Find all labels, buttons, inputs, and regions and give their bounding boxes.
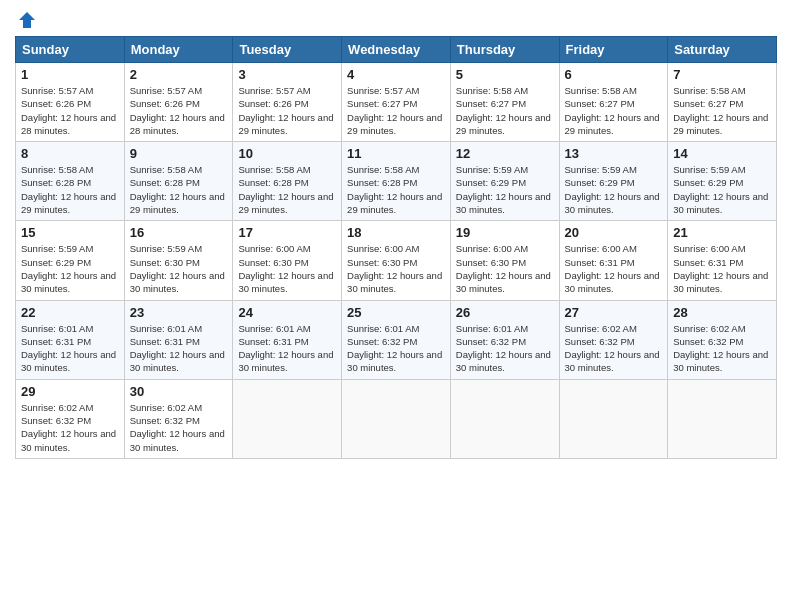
day-info: Sunrise: 6:02 AMSunset: 6:32 PMDaylight:… xyxy=(673,322,771,375)
day-number: 22 xyxy=(21,305,119,320)
day-number: 3 xyxy=(238,67,336,82)
calendar-cell: 23 Sunrise: 6:01 AMSunset: 6:31 PMDaylig… xyxy=(124,300,233,379)
day-number: 26 xyxy=(456,305,554,320)
day-info: Sunrise: 5:59 AMSunset: 6:29 PMDaylight:… xyxy=(21,242,119,295)
calendar-table: SundayMondayTuesdayWednesdayThursdayFrid… xyxy=(15,36,777,459)
day-number: 30 xyxy=(130,384,228,399)
day-number: 20 xyxy=(565,225,663,240)
header-cell-saturday: Saturday xyxy=(668,37,777,63)
day-number: 10 xyxy=(238,146,336,161)
day-info: Sunrise: 6:01 AMSunset: 6:31 PMDaylight:… xyxy=(130,322,228,375)
calendar-cell: 29 Sunrise: 6:02 AMSunset: 6:32 PMDaylig… xyxy=(16,379,125,458)
calendar-row: 8 Sunrise: 5:58 AMSunset: 6:28 PMDayligh… xyxy=(16,142,777,221)
calendar-cell: 28 Sunrise: 6:02 AMSunset: 6:32 PMDaylig… xyxy=(668,300,777,379)
calendar-cell: 3 Sunrise: 5:57 AMSunset: 6:26 PMDayligh… xyxy=(233,63,342,142)
day-number: 13 xyxy=(565,146,663,161)
day-info: Sunrise: 5:57 AMSunset: 6:26 PMDaylight:… xyxy=(21,84,119,137)
calendar-cell: 5 Sunrise: 5:58 AMSunset: 6:27 PMDayligh… xyxy=(450,63,559,142)
day-number: 24 xyxy=(238,305,336,320)
day-number: 21 xyxy=(673,225,771,240)
calendar-cell: 4 Sunrise: 5:57 AMSunset: 6:27 PMDayligh… xyxy=(342,63,451,142)
calendar-cell: 8 Sunrise: 5:58 AMSunset: 6:28 PMDayligh… xyxy=(16,142,125,221)
calendar-cell: 15 Sunrise: 5:59 AMSunset: 6:29 PMDaylig… xyxy=(16,221,125,300)
calendar-cell: 13 Sunrise: 5:59 AMSunset: 6:29 PMDaylig… xyxy=(559,142,668,221)
day-info: Sunrise: 6:00 AMSunset: 6:30 PMDaylight:… xyxy=(456,242,554,295)
day-info: Sunrise: 5:59 AMSunset: 6:30 PMDaylight:… xyxy=(130,242,228,295)
day-number: 28 xyxy=(673,305,771,320)
day-number: 17 xyxy=(238,225,336,240)
calendar-cell xyxy=(668,379,777,458)
day-info: Sunrise: 5:57 AMSunset: 6:26 PMDaylight:… xyxy=(238,84,336,137)
day-info: Sunrise: 5:58 AMSunset: 6:27 PMDaylight:… xyxy=(565,84,663,137)
day-info: Sunrise: 5:59 AMSunset: 6:29 PMDaylight:… xyxy=(565,163,663,216)
day-info: Sunrise: 5:58 AMSunset: 6:28 PMDaylight:… xyxy=(347,163,445,216)
logo-icon xyxy=(17,10,37,30)
calendar-row: 1 Sunrise: 5:57 AMSunset: 6:26 PMDayligh… xyxy=(16,63,777,142)
day-info: Sunrise: 6:02 AMSunset: 6:32 PMDaylight:… xyxy=(565,322,663,375)
calendar-row: 22 Sunrise: 6:01 AMSunset: 6:31 PMDaylig… xyxy=(16,300,777,379)
calendar-row: 29 Sunrise: 6:02 AMSunset: 6:32 PMDaylig… xyxy=(16,379,777,458)
header-cell-monday: Monday xyxy=(124,37,233,63)
day-number: 15 xyxy=(21,225,119,240)
day-info: Sunrise: 5:59 AMSunset: 6:29 PMDaylight:… xyxy=(456,163,554,216)
day-number: 25 xyxy=(347,305,445,320)
day-info: Sunrise: 5:58 AMSunset: 6:27 PMDaylight:… xyxy=(673,84,771,137)
calendar-cell: 20 Sunrise: 6:00 AMSunset: 6:31 PMDaylig… xyxy=(559,221,668,300)
day-info: Sunrise: 6:01 AMSunset: 6:32 PMDaylight:… xyxy=(347,322,445,375)
day-info: Sunrise: 6:00 AMSunset: 6:30 PMDaylight:… xyxy=(347,242,445,295)
calendar-cell: 25 Sunrise: 6:01 AMSunset: 6:32 PMDaylig… xyxy=(342,300,451,379)
day-number: 7 xyxy=(673,67,771,82)
day-info: Sunrise: 6:01 AMSunset: 6:31 PMDaylight:… xyxy=(238,322,336,375)
day-number: 23 xyxy=(130,305,228,320)
day-info: Sunrise: 5:58 AMSunset: 6:28 PMDaylight:… xyxy=(21,163,119,216)
svg-marker-0 xyxy=(19,12,35,28)
calendar-cell: 21 Sunrise: 6:00 AMSunset: 6:31 PMDaylig… xyxy=(668,221,777,300)
day-number: 27 xyxy=(565,305,663,320)
calendar-cell: 12 Sunrise: 5:59 AMSunset: 6:29 PMDaylig… xyxy=(450,142,559,221)
day-number: 9 xyxy=(130,146,228,161)
day-number: 16 xyxy=(130,225,228,240)
calendar-cell: 9 Sunrise: 5:58 AMSunset: 6:28 PMDayligh… xyxy=(124,142,233,221)
header-cell-tuesday: Tuesday xyxy=(233,37,342,63)
day-info: Sunrise: 6:01 AMSunset: 6:31 PMDaylight:… xyxy=(21,322,119,375)
day-info: Sunrise: 5:58 AMSunset: 6:28 PMDaylight:… xyxy=(238,163,336,216)
calendar-cell: 14 Sunrise: 5:59 AMSunset: 6:29 PMDaylig… xyxy=(668,142,777,221)
day-number: 4 xyxy=(347,67,445,82)
calendar-cell: 26 Sunrise: 6:01 AMSunset: 6:32 PMDaylig… xyxy=(450,300,559,379)
day-info: Sunrise: 5:57 AMSunset: 6:26 PMDaylight:… xyxy=(130,84,228,137)
calendar-cell: 24 Sunrise: 6:01 AMSunset: 6:31 PMDaylig… xyxy=(233,300,342,379)
calendar-cell: 6 Sunrise: 5:58 AMSunset: 6:27 PMDayligh… xyxy=(559,63,668,142)
header-row: SundayMondayTuesdayWednesdayThursdayFrid… xyxy=(16,37,777,63)
day-number: 11 xyxy=(347,146,445,161)
day-number: 14 xyxy=(673,146,771,161)
day-info: Sunrise: 6:02 AMSunset: 6:32 PMDaylight:… xyxy=(130,401,228,454)
day-info: Sunrise: 6:00 AMSunset: 6:31 PMDaylight:… xyxy=(673,242,771,295)
calendar-cell: 2 Sunrise: 5:57 AMSunset: 6:26 PMDayligh… xyxy=(124,63,233,142)
day-info: Sunrise: 6:02 AMSunset: 6:32 PMDaylight:… xyxy=(21,401,119,454)
calendar-cell: 1 Sunrise: 5:57 AMSunset: 6:26 PMDayligh… xyxy=(16,63,125,142)
day-info: Sunrise: 5:59 AMSunset: 6:29 PMDaylight:… xyxy=(673,163,771,216)
day-number: 29 xyxy=(21,384,119,399)
calendar-cell: 22 Sunrise: 6:01 AMSunset: 6:31 PMDaylig… xyxy=(16,300,125,379)
calendar-cell: 19 Sunrise: 6:00 AMSunset: 6:30 PMDaylig… xyxy=(450,221,559,300)
calendar-row: 15 Sunrise: 5:59 AMSunset: 6:29 PMDaylig… xyxy=(16,221,777,300)
calendar-cell: 11 Sunrise: 5:58 AMSunset: 6:28 PMDaylig… xyxy=(342,142,451,221)
calendar-cell: 30 Sunrise: 6:02 AMSunset: 6:32 PMDaylig… xyxy=(124,379,233,458)
header-cell-friday: Friday xyxy=(559,37,668,63)
day-info: Sunrise: 5:58 AMSunset: 6:28 PMDaylight:… xyxy=(130,163,228,216)
day-info: Sunrise: 5:58 AMSunset: 6:27 PMDaylight:… xyxy=(456,84,554,137)
day-number: 18 xyxy=(347,225,445,240)
day-number: 19 xyxy=(456,225,554,240)
header-cell-thursday: Thursday xyxy=(450,37,559,63)
day-info: Sunrise: 6:01 AMSunset: 6:32 PMDaylight:… xyxy=(456,322,554,375)
calendar-cell: 17 Sunrise: 6:00 AMSunset: 6:30 PMDaylig… xyxy=(233,221,342,300)
calendar-cell: 10 Sunrise: 5:58 AMSunset: 6:28 PMDaylig… xyxy=(233,142,342,221)
day-info: Sunrise: 6:00 AMSunset: 6:30 PMDaylight:… xyxy=(238,242,336,295)
calendar-cell xyxy=(233,379,342,458)
calendar-cell: 18 Sunrise: 6:00 AMSunset: 6:30 PMDaylig… xyxy=(342,221,451,300)
calendar-cell: 16 Sunrise: 5:59 AMSunset: 6:30 PMDaylig… xyxy=(124,221,233,300)
day-info: Sunrise: 6:00 AMSunset: 6:31 PMDaylight:… xyxy=(565,242,663,295)
day-number: 2 xyxy=(130,67,228,82)
day-info: Sunrise: 5:57 AMSunset: 6:27 PMDaylight:… xyxy=(347,84,445,137)
logo xyxy=(15,10,37,30)
